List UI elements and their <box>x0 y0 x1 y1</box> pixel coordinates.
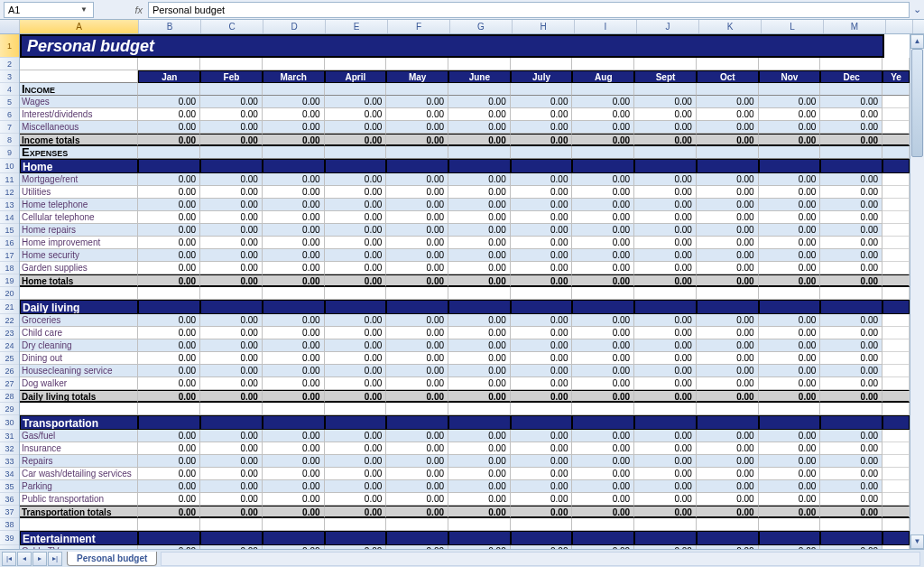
cell[interactable]: 0.00 <box>325 134 387 146</box>
cell[interactable]: 0.00 <box>263 390 325 403</box>
cell[interactable]: 0.00 <box>572 249 634 262</box>
cell[interactable]: 0.00 <box>138 249 200 262</box>
cell[interactable]: 0.00 <box>572 365 634 377</box>
col-header-A[interactable]: A <box>20 20 139 33</box>
cell[interactable]: 0.00 <box>634 211 697 224</box>
cell[interactable]: 0.00 <box>572 493 634 506</box>
cell[interactable]: 0.00 <box>820 352 882 365</box>
cell[interactable]: 0.00 <box>511 211 573 224</box>
cell[interactable] <box>634 83 697 96</box>
cell[interactable]: 0.00 <box>511 506 573 518</box>
cell[interactable]: 0.00 <box>572 186 634 199</box>
row-label[interactable]: Car wash/detailing services <box>20 468 138 480</box>
cell[interactable] <box>882 274 910 287</box>
row-header-22[interactable]: 22 <box>0 314 19 327</box>
cell[interactable]: 0.00 <box>138 430 200 442</box>
row-label[interactable]: Home <box>20 159 138 173</box>
cell[interactable]: 0.00 <box>759 480 821 493</box>
cell[interactable]: 0.00 <box>759 327 821 339</box>
cell[interactable]: 0.00 <box>511 352 573 365</box>
cell[interactable]: 0.00 <box>386 480 448 493</box>
tab-next-icon[interactable]: ▸ <box>32 552 47 566</box>
cell[interactable]: 0.00 <box>697 365 759 377</box>
cell[interactable] <box>138 300 200 314</box>
cell[interactable] <box>882 146 910 159</box>
cell[interactable] <box>882 506 910 518</box>
cell[interactable]: 0.00 <box>200 327 263 339</box>
row-label[interactable]: Transportation <box>20 415 138 430</box>
cell[interactable]: 0.00 <box>697 377 759 390</box>
row-label[interactable] <box>20 70 138 83</box>
cell[interactable]: 0.00 <box>820 327 882 339</box>
cell[interactable]: 0.00 <box>386 237 448 249</box>
cell[interactable]: 0.00 <box>511 262 573 274</box>
cell[interactable]: 0.00 <box>263 262 325 274</box>
col-header-D[interactable]: D <box>263 20 326 33</box>
cell[interactable]: Nov <box>759 70 821 83</box>
row-label[interactable]: Income totals <box>20 134 138 146</box>
cell[interactable] <box>448 403 511 415</box>
col-header-C[interactable]: C <box>201 20 263 33</box>
cell[interactable] <box>325 518 387 531</box>
row-header-7[interactable]: 7 <box>0 121 19 134</box>
cell[interactable]: 0.00 <box>325 274 387 287</box>
cell[interactable]: 0.00 <box>697 96 759 108</box>
cell[interactable]: 0.00 <box>511 442 573 455</box>
cell[interactable]: 0.00 <box>820 339 882 352</box>
scroll-down-icon[interactable]: ▼ <box>910 534 924 549</box>
cell[interactable]: 0.00 <box>138 506 200 518</box>
cell[interactable]: 0.00 <box>386 314 448 327</box>
cell[interactable]: 0.00 <box>697 237 759 249</box>
row-header-3[interactable]: 3 <box>0 70 19 83</box>
cell[interactable]: 0.00 <box>138 274 200 287</box>
cell[interactable]: 0.00 <box>820 186 882 199</box>
cell[interactable]: 0.00 <box>200 199 263 211</box>
cell[interactable]: 0.00 <box>386 224 448 237</box>
cell[interactable] <box>882 480 910 493</box>
cell[interactable]: 0.00 <box>759 237 821 249</box>
tab-prev-icon[interactable]: ◂ <box>17 552 32 566</box>
cell[interactable] <box>882 518 910 531</box>
spreadsheet-grid[interactable]: 1234567891011121314151617181920212223242… <box>0 34 910 549</box>
cell[interactable]: 0.00 <box>697 390 759 403</box>
cell[interactable]: 0.00 <box>697 134 759 146</box>
cell[interactable]: 0.00 <box>572 339 634 352</box>
cell[interactable]: 0.00 <box>325 173 387 186</box>
cell[interactable] <box>511 415 573 430</box>
cell[interactable] <box>759 159 821 173</box>
cell[interactable]: 0.00 <box>263 96 325 108</box>
row-header-28[interactable]: 28 <box>0 390 19 403</box>
cell[interactable]: 0.00 <box>448 211 511 224</box>
cell[interactable] <box>386 146 448 159</box>
cell[interactable]: 0.00 <box>697 186 759 199</box>
cell[interactable]: 0.00 <box>697 249 759 262</box>
cell[interactable]: 0.00 <box>200 390 263 403</box>
row-label[interactable]: Interest/dividends <box>20 108 138 121</box>
row-label[interactable]: Groceries <box>20 314 138 327</box>
cell[interactable]: 0.00 <box>325 211 387 224</box>
cell[interactable]: 0.00 <box>572 262 634 274</box>
cell[interactable]: 0.00 <box>759 274 821 287</box>
cell[interactable] <box>511 159 573 173</box>
cell[interactable] <box>634 531 697 545</box>
cell[interactable]: 0.00 <box>511 493 573 506</box>
cell[interactable]: 0.00 <box>138 237 200 249</box>
cell[interactable]: 0.00 <box>325 108 387 121</box>
cell[interactable]: 0.00 <box>572 96 634 108</box>
cell[interactable]: 0.00 <box>697 480 759 493</box>
cell[interactable]: 0.00 <box>263 108 325 121</box>
cell[interactable] <box>634 146 697 159</box>
row-header-15[interactable]: 15 <box>0 224 19 237</box>
cell[interactable]: 0.00 <box>200 211 263 224</box>
cell[interactable] <box>634 415 697 430</box>
cell[interactable] <box>386 531 448 545</box>
cell[interactable]: 0.00 <box>820 455 882 468</box>
cell[interactable]: 0.00 <box>820 480 882 493</box>
cell[interactable]: 0.00 <box>200 186 263 199</box>
col-header-E[interactable]: E <box>326 20 388 33</box>
cell[interactable]: 0.00 <box>448 455 511 468</box>
cell[interactable] <box>820 518 882 531</box>
cell[interactable]: 0.00 <box>634 134 697 146</box>
cell[interactable]: 0.00 <box>138 121 200 134</box>
cell[interactable]: 0.00 <box>572 442 634 455</box>
